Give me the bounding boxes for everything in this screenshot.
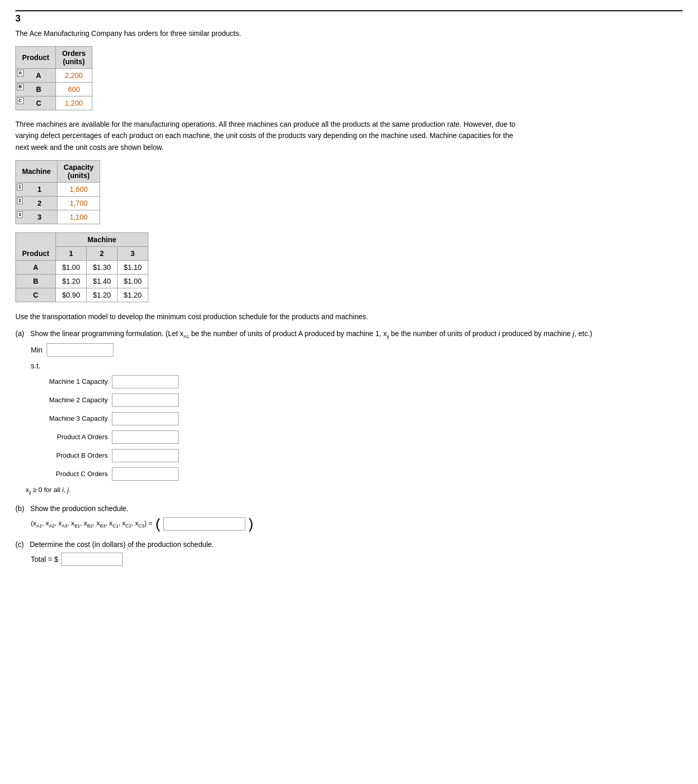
machine-2-cell: 2 2 <box>16 197 57 210</box>
machine3-capacity-row: Machine 3 Capacity <box>26 412 683 425</box>
product-b-orders-input[interactable] <box>112 449 179 462</box>
capacity-col-header: Capacity(units) <box>57 161 100 183</box>
cost-b3: $1.00 <box>117 275 148 288</box>
part-a-label: (a) Show the linear programming formulat… <box>15 329 683 339</box>
product-c-orders-input[interactable] <box>112 467 179 481</box>
table-row: 3 3 1,100 <box>16 210 100 224</box>
machine-1-header: 1 <box>55 247 86 261</box>
product-b-orders-label: Product B Orders <box>26 452 108 459</box>
part-b: (b) Show the production schedule. (xA1, … <box>15 504 683 531</box>
part-a-letter: (a) <box>15 329 24 338</box>
machine2-capacity-input[interactable] <box>112 394 179 407</box>
orders-a-val: 2,200 <box>55 69 92 83</box>
part-a: (a) Show the linear programming formulat… <box>15 329 683 495</box>
product-c-orders-row: Product C Orders <box>26 467 683 481</box>
product-a-orders-input[interactable] <box>112 430 179 444</box>
min-input[interactable] <box>47 343 113 357</box>
icon-1: 1 <box>17 184 23 190</box>
close-paren: ) <box>248 517 253 531</box>
product-b-orders-row: Product B Orders <box>26 449 683 462</box>
cost-a2: $1.30 <box>86 261 117 275</box>
part-c-letter: (c) <box>15 540 24 548</box>
orders-col-header: Orders(units) <box>55 47 92 69</box>
machine-3-cell: 3 3 <box>16 210 57 224</box>
machine-2-header: 2 <box>86 247 117 261</box>
open-paren: ( <box>156 517 160 531</box>
icon-c: C <box>17 97 24 104</box>
cost-product-b: B <box>16 275 56 288</box>
intro-text: The Ace Manufacturing Company has orders… <box>15 28 683 39</box>
machines-table: Machine Capacity(units) 1 1 1,600 2 2 1,… <box>15 160 100 224</box>
part-c-label: (c) Determine the cost (in dollars) of t… <box>15 540 683 548</box>
use-text: Use the transportation model to develop … <box>15 311 683 322</box>
cost-a1: $1.00 <box>55 261 86 275</box>
table-row: A $1.00 $1.30 $1.10 <box>16 261 148 275</box>
part-b-letter: (b) <box>15 504 24 513</box>
orders-c-val: 1,200 <box>55 96 92 110</box>
orders-b-val: 600 <box>55 83 92 96</box>
capacity-3-val: 1,100 <box>57 210 100 224</box>
icon-2: 2 <box>17 198 23 204</box>
part-c: (c) Determine the cost (in dollars) of t… <box>15 540 683 566</box>
icon-a: A <box>17 70 24 76</box>
cost-c1: $0.90 <box>55 288 86 302</box>
tuple-text: (xA1, xA2, xA3, xB1, xB2, xB3, xC1, xC2,… <box>31 519 152 528</box>
cost-table: Product Machine 1 2 3 A $1.00 $1.30 $1.1… <box>15 232 148 302</box>
cost-c2: $1.20 <box>86 288 117 302</box>
table-row: 2 2 1,700 <box>16 197 100 210</box>
cost-b2: $1.40 <box>86 275 117 288</box>
icon-3: 3 <box>17 211 23 218</box>
part-b-instruction: Show the production schedule. <box>30 504 128 513</box>
cost-product-a: A <box>16 261 56 275</box>
machine2-capacity-row: Machine 2 Capacity <box>26 394 683 407</box>
cost-b1: $1.20 <box>55 275 86 288</box>
part-c-instruction: Determine the cost (in dollars) of the p… <box>30 540 214 548</box>
machine-span-header: Machine <box>55 233 148 247</box>
cost-a3: $1.10 <box>117 261 148 275</box>
schedule-tuple-row: (xA1, xA2, xA3, xB1, xB2, xB3, xC1, xC2,… <box>31 517 683 531</box>
machine1-capacity-row: Machine 1 Capacity <box>26 375 683 388</box>
part-b-label: (b) Show the production schedule. <box>15 504 683 513</box>
total-cost-input[interactable] <box>61 553 123 566</box>
product-c-orders-label: Product C Orders <box>26 470 108 478</box>
part-a-instruction: Show the linear programming formulation.… <box>30 329 592 338</box>
schedule-input[interactable] <box>163 517 245 531</box>
products-col-header: Product <box>16 47 56 69</box>
table-row: C C 1,200 <box>16 96 92 110</box>
machine2-capacity-label: Machine 2 Capacity <box>26 396 108 404</box>
cost-c3: $1.20 <box>117 288 148 302</box>
st-label: s.t. <box>31 362 683 370</box>
products-table: Product Orders(units) A A 2,200 B B 600 … <box>15 46 92 110</box>
table-row: B $1.20 $1.40 $1.00 <box>16 275 148 288</box>
product-c-cell: C C <box>16 96 56 110</box>
product-b-cell: B B <box>16 83 56 96</box>
machine-col-header: Machine <box>16 161 57 183</box>
machine3-capacity-label: Machine 3 Capacity <box>26 415 108 422</box>
total-label: Total = $ <box>31 555 58 563</box>
machine-3-header: 3 <box>117 247 148 261</box>
product-a-orders-row: Product A Orders <box>26 430 683 444</box>
machine-1-cell: 1 1 <box>16 183 57 197</box>
cost-table-empty: Product <box>16 233 56 261</box>
total-cost-row: Total = $ <box>31 553 683 566</box>
capacity-1-val: 1,600 <box>57 183 100 197</box>
product-a-orders-label: Product A Orders <box>26 433 108 441</box>
min-label: Min <box>31 346 43 354</box>
cost-product-c: C <box>16 288 56 302</box>
product-a-cell: A A <box>16 69 56 83</box>
machine1-capacity-input[interactable] <box>112 375 179 388</box>
table-row: C $0.90 $1.20 $1.20 <box>16 288 148 302</box>
table-row: A A 2,200 <box>16 69 92 83</box>
description-text: Three machines are available for the man… <box>15 119 518 153</box>
capacity-2-val: 1,700 <box>57 197 100 210</box>
table-row: 1 1 1,600 <box>16 183 100 197</box>
machine1-capacity-label: Machine 1 Capacity <box>26 378 108 385</box>
non-negativity-constraint: xij ≥ 0 for all i, j. <box>26 486 683 495</box>
problem-number: 3 <box>15 10 683 24</box>
icon-b: B <box>17 84 24 90</box>
table-row: B B 600 <box>16 83 92 96</box>
machine3-capacity-input[interactable] <box>112 412 179 425</box>
